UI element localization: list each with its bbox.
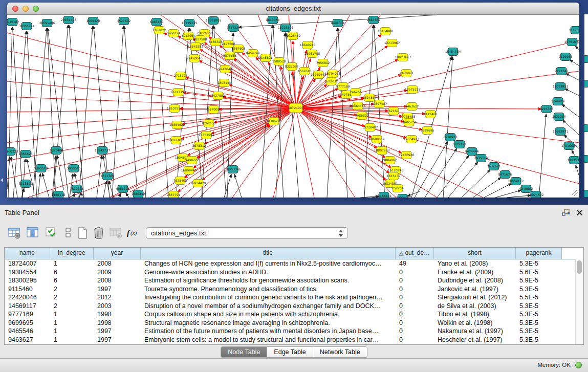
table-vertical-scrollbar[interactable] (575, 259, 583, 344)
table-cell[interactable]: 18300295 (5, 276, 50, 285)
table-cell[interactable]: 0 (396, 319, 434, 327)
function-builder-icon[interactable]: f(x) (126, 225, 141, 240)
table-cell[interactable]: 5.3E-5 (516, 259, 562, 268)
table-cell[interactable]: 2 (50, 293, 94, 302)
table-cell[interactable]: 0 (396, 293, 434, 302)
column-header-title[interactable]: title (141, 248, 396, 259)
table-cell[interactable]: 9699695 (5, 319, 50, 327)
table-cell[interactable]: Nakamura et al. (1997) (434, 327, 516, 336)
table-cell[interactable]: Tibbo et al. (1998) (434, 310, 516, 319)
table-cell[interactable]: 0 (396, 336, 434, 344)
table-cell[interactable]: Investigating the contribution of common… (141, 293, 396, 302)
table-cell[interactable]: Yano et al. (2008) (434, 259, 516, 268)
scrollbar-thumb[interactable] (577, 260, 582, 274)
table-cell[interactable]: 5.3E-5 (516, 327, 562, 336)
table-cell[interactable]: Dudbridge et al. (2008) (434, 276, 516, 285)
table-cell[interactable]: 1998 (94, 319, 141, 327)
table-row[interactable]: 1456911722003Disruption of a novel membe… (5, 302, 583, 311)
table-cell[interactable]: 0 (396, 327, 434, 336)
table-cell[interactable]: Tourette syndrome. Phenomenology and cla… (141, 285, 396, 294)
table-cell[interactable]: Hescheler et al. (1997) (434, 336, 516, 344)
table-cell[interactable]: 14569117 (5, 302, 50, 311)
memory-status-label[interactable]: Memory: OK (537, 359, 571, 371)
table-cell[interactable]: 0 (396, 302, 434, 311)
select-all-icon[interactable] (44, 225, 59, 240)
table-cell[interactable]: 9463627 (5, 336, 50, 344)
table-cell[interactable]: Stergiakouli et al. (2012) (434, 293, 516, 302)
table-cell[interactable]: 9115460 (5, 285, 50, 294)
table-cell[interactable]: 2003 (94, 302, 141, 311)
table-cell[interactable]: 1 (50, 327, 94, 336)
table-cell[interactable]: 5.3E-5 (516, 302, 562, 311)
column-header-name[interactable]: name (5, 248, 50, 259)
close-panel-icon[interactable] (576, 209, 583, 216)
table-cell[interactable]: Changes of HCN gene expression and I(f) … (141, 259, 396, 268)
table-cell[interactable]: Embryonic stem cells: a model to study s… (141, 336, 396, 344)
table-cell[interactable]: Estimation of the future numbers of pati… (141, 327, 396, 336)
table-cell[interactable]: de Silva et al. (2003) (434, 302, 516, 311)
table-row[interactable]: 969969511998Structural magnetic resonanc… (5, 319, 583, 327)
table-cell[interactable]: 5.3E-5 (516, 310, 562, 319)
table-cell[interactable]: 5.3E-5 (516, 319, 562, 327)
table-cell[interactable]: 2008 (94, 259, 141, 268)
table-row[interactable]: 1830029562008Estimation of significance … (5, 276, 583, 285)
table-cell[interactable]: 1 (50, 310, 94, 319)
table-cell[interactable]: 1997 (94, 336, 141, 344)
column-header-in_degree[interactable]: in_degree (50, 248, 94, 259)
network-window-titlebar[interactable]: citations_edges.txt (7, 3, 579, 15)
table-cell[interactable]: Estimation of significance thresholds fo… (141, 276, 396, 285)
table-cell[interactable]: 1 (50, 259, 94, 268)
table-cell[interactable]: Jankovic et al. (1997) (434, 285, 516, 294)
float-panel-icon[interactable] (562, 209, 570, 216)
table-cell[interactable]: 1 (50, 319, 94, 327)
table-cell[interactable]: 19384554 (5, 268, 50, 277)
table-cell[interactable]: 0 (396, 268, 434, 277)
column-header-pagerank[interactable]: pagerank (516, 248, 562, 259)
column-header-out_de[interactable]: △out_de… (396, 248, 434, 259)
panel-collapse-arrow-icon[interactable] (1, 178, 3, 182)
table-cell[interactable]: Structural magnetic resonance image aver… (141, 319, 396, 327)
table-cell[interactable]: 0 (396, 310, 434, 319)
table-row[interactable]: 2242004622012Investigating the contribut… (5, 293, 583, 302)
table-cell[interactable]: 9777169 (5, 310, 50, 319)
table-cell[interactable]: 5.6E-5 (516, 268, 562, 277)
tab-network-table[interactable]: Network Table (313, 347, 367, 357)
table-cell[interactable]: 5.9E-5 (516, 276, 562, 285)
table-cell[interactable]: 2008 (94, 276, 141, 285)
resize-grip-icon[interactable] (572, 190, 578, 196)
table-row[interactable]: 946362711997Embryonic stem cells: a mode… (5, 336, 583, 344)
table-cell[interactable]: 6 (50, 268, 94, 277)
column-header-year[interactable]: year (94, 248, 141, 259)
table-cell[interactable]: 1997 (94, 285, 141, 294)
table-cell[interactable]: 9465546 (5, 327, 50, 336)
column-header-short[interactable]: short (434, 248, 516, 259)
table-cell[interactable]: 6 (50, 276, 94, 285)
table-cell[interactable]: Franke et al. (2009) (434, 268, 516, 277)
table-cell[interactable]: Disruption of a novel member of a sodium… (141, 302, 396, 311)
table-cell[interactable]: 2009 (94, 268, 141, 277)
table-cell[interactable]: 5.3E-5 (516, 285, 562, 294)
table-cell[interactable]: 1998 (94, 310, 141, 319)
table-cell[interactable]: Corpus callosum shape and size in male p… (141, 310, 396, 319)
table-cell[interactable]: 2 (50, 285, 94, 294)
table-cell[interactable]: 1997 (94, 327, 141, 336)
table-row[interactable]: 911546021997Tourette syndrome. Phenomeno… (5, 285, 583, 294)
tab-edge-table[interactable]: Edge Table (267, 347, 312, 357)
table-row[interactable]: 977716911998Corpus callosum shape and si… (5, 310, 583, 319)
table-cell[interactable]: 1 (50, 336, 94, 344)
table-selector-dropdown[interactable]: citations_edges.txt (146, 227, 348, 239)
table-cell[interactable]: 0 (396, 276, 434, 285)
new-table-icon[interactable] (75, 225, 90, 240)
table-cell[interactable]: 5.3E-5 (516, 336, 562, 344)
table-cell[interactable]: Genome-wide association studies in ADHD. (141, 268, 396, 277)
table-cell[interactable]: Wolkin et al. (1998) (434, 319, 516, 327)
table-cell[interactable]: 5.5E-5 (516, 293, 562, 302)
delete-rows-icon[interactable] (91, 225, 106, 240)
row-height-icon[interactable] (60, 225, 76, 240)
table-cell[interactable]: 2012 (94, 293, 141, 302)
table-cell[interactable]: 18724007 (5, 259, 50, 268)
table-cell[interactable]: 0 (396, 285, 434, 294)
table-settings-icon[interactable] (7, 225, 23, 240)
tab-node-table[interactable]: Node Table (221, 347, 267, 357)
table-cell[interactable]: 49 (396, 259, 434, 268)
